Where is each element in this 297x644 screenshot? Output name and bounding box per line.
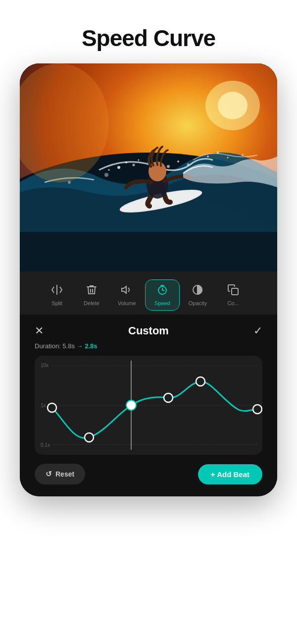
delete-icon: [86, 284, 98, 298]
toolbar-item-opacity[interactable]: Opacity: [180, 280, 216, 310]
svg-marker-26: [122, 286, 126, 293]
toolbar-item-delete[interactable]: Delete: [74, 280, 109, 310]
panel-actions: ↺ Reset + Add Beat: [35, 464, 262, 484]
duration-arrow: →: [77, 342, 83, 350]
phone-container: Split Delete Volu: [20, 63, 277, 496]
reset-icon: ↺: [46, 470, 52, 479]
page-title: Speed Curve: [82, 0, 215, 63]
speed-panel: ✕ Custom ✓ Duration: 5.8s → 2.8s 10x 1x …: [20, 315, 277, 496]
toolbar-item-speed[interactable]: Speed: [145, 279, 180, 311]
duration-label: Duration: 5.8s → 2.8s: [35, 342, 262, 350]
reset-button[interactable]: ↺ Reset: [35, 464, 85, 484]
add-beat-button[interactable]: + Add Beat: [198, 464, 262, 484]
panel-title: Custom: [128, 324, 169, 337]
svg-rect-24: [20, 232, 277, 271]
reset-label: Reset: [55, 470, 74, 478]
speed-label: Speed: [154, 300, 170, 306]
curve-point-1[interactable]: [85, 433, 94, 442]
svg-point-2: [117, 166, 120, 169]
svg-point-5: [108, 169, 110, 171]
toolbar: Split Delete Volu: [20, 271, 277, 315]
svg-point-9: [177, 161, 179, 162]
curve-point-0[interactable]: [48, 403, 56, 412]
copy-label: Co...: [227, 300, 239, 306]
speed-icon: [156, 284, 168, 298]
svg-point-13: [217, 152, 219, 154]
add-beat-label: + Add Beat: [211, 470, 249, 479]
curve-point-5[interactable]: [253, 405, 262, 414]
split-label: Split: [51, 300, 62, 306]
copy-icon: [227, 284, 239, 298]
svg-point-8: [167, 165, 170, 168]
panel-header: ✕ Custom ✓: [35, 324, 262, 337]
video-background: [20, 63, 277, 271]
curve-svg: [35, 356, 262, 455]
svg-point-10: [187, 163, 190, 166]
svg-point-22: [218, 92, 248, 119]
opacity-label: Opacity: [189, 300, 207, 306]
toolbar-item-copy[interactable]: Co...: [216, 280, 250, 310]
duration-new: 2.8s: [85, 342, 97, 350]
video-preview: [20, 63, 277, 271]
svg-point-3: [125, 161, 127, 163]
svg-point-4: [133, 164, 135, 166]
toolbar-item-volume[interactable]: Volume: [109, 280, 145, 310]
volume-label: Volume: [118, 300, 136, 306]
svg-point-12: [207, 156, 209, 158]
split-icon: [51, 284, 63, 298]
toolbar-item-split[interactable]: Split: [40, 280, 74, 310]
opacity-icon: [192, 284, 203, 298]
confirm-button[interactable]: ✓: [253, 324, 262, 337]
svg-point-14: [227, 157, 229, 159]
delete-label: Delete: [84, 300, 99, 306]
svg-point-16: [242, 154, 244, 156]
svg-point-11: [104, 173, 108, 177]
close-button[interactable]: ✕: [35, 324, 44, 337]
scrubber-point[interactable]: [126, 400, 136, 410]
speed-chart[interactable]: 10x 1x 0.1x: [35, 356, 262, 455]
svg-rect-29: [232, 288, 238, 295]
curve-point-3[interactable]: [164, 393, 173, 402]
curve-point-4[interactable]: [196, 377, 205, 386]
volume-icon: [121, 284, 133, 298]
svg-point-6: [138, 160, 140, 161]
